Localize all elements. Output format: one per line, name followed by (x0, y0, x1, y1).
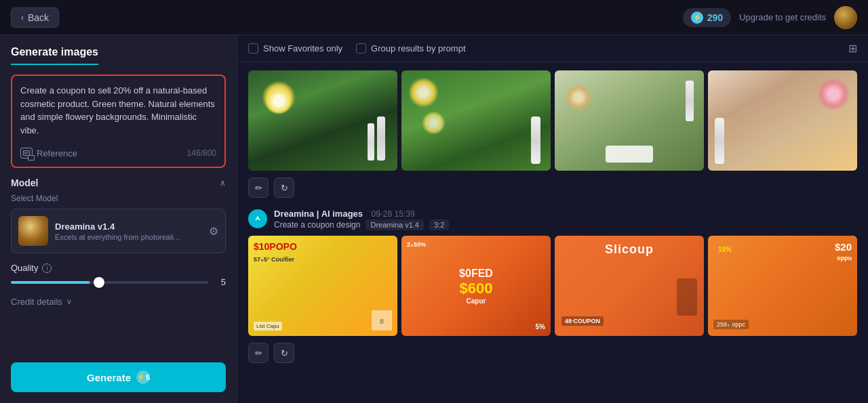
result-image-1[interactable] (248, 70, 397, 171)
pencil-icon-2: ✏ (255, 348, 262, 358)
generate-button[interactable]: Generate ⚡ 5 (11, 362, 226, 392)
generate-icon: ⚡ 5 (136, 370, 150, 384)
refresh-icon: ↻ (281, 183, 288, 193)
gen-model-tag: Dreamina v1.4 (366, 219, 424, 230)
credits-badge: ⚡ 290 (683, 8, 731, 27)
avatar-image (834, 6, 857, 29)
generate-credit-cost: 5 (146, 373, 150, 381)
model-card[interactable]: Dreamina v1.4 Excels at everything from … (11, 209, 226, 253)
favorites-filter[interactable]: Show Favorites only (248, 43, 342, 54)
prompt-footer: Reference 146/800 (20, 148, 216, 158)
gen-avatar-2 (248, 209, 267, 228)
credits-count: 290 (707, 12, 723, 23)
model-section-header: Model ∧ (11, 177, 226, 188)
chevron-down-icon: ∨ (66, 297, 72, 306)
group-checkbox[interactable] (356, 43, 366, 54)
image-grid-2: $10POPO 57₊5° Couifier ||| List Capu $0F… (248, 236, 857, 336)
chevron-left-icon: ‹ (21, 13, 24, 22)
sidebar: Generate images Create a coupon to sell … (0, 35, 237, 403)
image-grid-1 (248, 70, 857, 171)
credit-details-label: Credit details (11, 297, 62, 307)
model-section: Model ∧ Select Model Dreamina v1.4 Excel… (11, 177, 226, 253)
prompt-textarea[interactable]: Create a coupon to sell 20% off a natura… (20, 84, 216, 138)
slider-row: 5 (11, 277, 226, 287)
svg-point-4 (257, 217, 259, 219)
gen-ratio-tag: 3:2 (429, 219, 449, 230)
result-image-4[interactable] (708, 70, 857, 171)
credit-details-row[interactable]: Credit details ∨ (11, 297, 226, 307)
refresh-button-1[interactable]: ↻ (274, 177, 294, 198)
gen-prompt: Create a coupon design (274, 220, 360, 230)
model-info: Dreamina v1.4 Excels at everything from … (55, 221, 202, 241)
reference-button[interactable]: Reference (20, 148, 77, 158)
result-image-7[interactable]: Slicoup 48·COUPON (555, 236, 704, 336)
reference-icon (20, 148, 33, 158)
right-panel: Show Favorites only Group results by pro… (237, 35, 868, 403)
prompt-box: Create a coupon to sell 20% off a natura… (11, 75, 226, 168)
back-label: Back (28, 12, 49, 23)
quality-section: Quality i 5 (11, 263, 226, 287)
result-image-6[interactable]: $0FED $600 Capur 2₊50% 5% (401, 236, 551, 336)
result-image-5[interactable]: $10POPO 57₊5° Couifier ||| List Capu (248, 236, 397, 336)
gen-meta-container: Dreamina | AI images 09-28 15:39 Create … (274, 207, 449, 230)
favorites-label: Show Favorites only (263, 43, 342, 54)
chevron-up-icon[interactable]: ∧ (220, 178, 226, 188)
main-content: Generate images Create a coupon to sell … (0, 35, 868, 403)
images-section: ✏ ↻ Dreamina | AI images (237, 62, 868, 381)
topbar: ‹ Back ⚡ 290 Upgrade to get credits (0, 0, 868, 35)
select-model-label: Select Model (11, 194, 226, 203)
quality-value: 5 (215, 277, 226, 287)
model-description: Excels at everything from photoreali... (55, 233, 202, 241)
gen-user: Dreamina | AI images (274, 209, 363, 219)
svg-rect-0 (24, 151, 30, 156)
sidebar-title: Generate images (11, 46, 98, 65)
gen-meta: Create a coupon design Dreamina v1.4 3:2 (274, 219, 449, 230)
pencil-icon: ✏ (255, 183, 262, 193)
topbar-right: ⚡ 290 Upgrade to get credits (683, 6, 857, 29)
result-image-3[interactable] (555, 70, 704, 171)
quality-info-icon[interactable]: i (42, 263, 52, 273)
char-count: 146/800 (187, 148, 216, 158)
action-row-1: ✏ ↻ (248, 177, 857, 198)
model-thumbnail (18, 216, 48, 246)
quality-label: Quality (11, 263, 38, 273)
back-button[interactable]: ‹ Back (11, 7, 59, 28)
gen-info-2: Dreamina | AI images 09-28 15:39 Create … (248, 207, 857, 230)
save-icon[interactable]: ⊞ (848, 42, 857, 55)
reference-label: Reference (37, 148, 77, 158)
group-filter[interactable]: Group results by prompt (356, 43, 465, 54)
generate-label: Generate (87, 372, 131, 383)
result-image-2[interactable] (401, 70, 551, 171)
model-thumb-image (18, 216, 48, 246)
result-image-8[interactable]: $20 oppu 258₊ oppc 19% (708, 236, 857, 336)
model-settings-icon[interactable]: ⚙ (209, 225, 218, 238)
quality-row: Quality i (11, 263, 226, 273)
avatar[interactable] (834, 6, 857, 29)
action-row-2: ✏ ↻ (248, 343, 857, 363)
credits-icon: ⚡ (691, 12, 703, 24)
model-section-title: Model (11, 177, 38, 188)
refresh-button-2[interactable]: ↻ (274, 343, 294, 363)
quality-slider[interactable] (11, 281, 208, 284)
refresh-icon-2: ↻ (281, 348, 288, 358)
edit-button-1[interactable]: ✏ (248, 177, 269, 198)
group-label: Group results by prompt (371, 43, 465, 54)
gen-time: 09-28 15:39 (372, 209, 415, 219)
gen-title-row: Dreamina | AI images 09-28 15:39 (274, 207, 449, 219)
upgrade-button[interactable]: Upgrade to get credits (739, 12, 826, 22)
favorites-checkbox[interactable] (248, 43, 258, 54)
model-name: Dreamina v1.4 (55, 221, 202, 232)
edit-button-2[interactable]: ✏ (248, 343, 269, 363)
filter-bar: Show Favorites only Group results by pro… (237, 35, 868, 62)
